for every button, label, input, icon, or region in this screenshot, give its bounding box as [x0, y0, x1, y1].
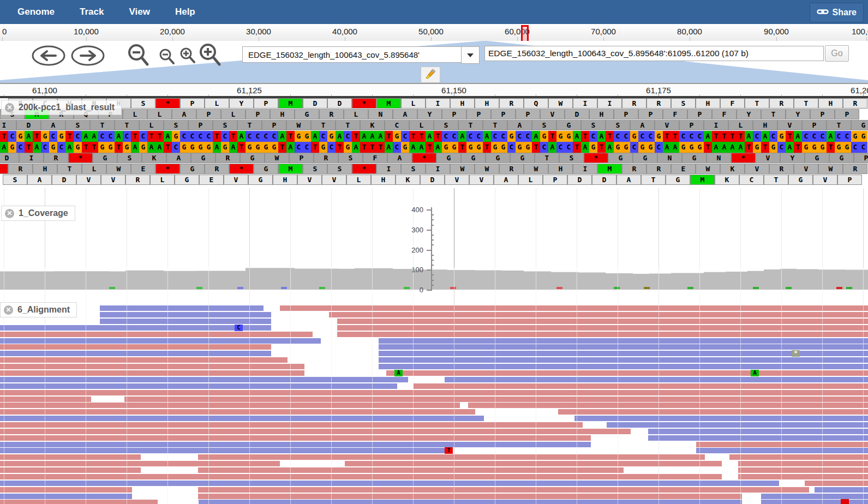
alignment-read[interactable] [0, 416, 484, 421]
amino-acid-cell: D [420, 175, 445, 185]
dna-base-cell: T [737, 131, 745, 142]
alignment-read[interactable] [729, 454, 868, 460]
alignment-read[interactable] [0, 442, 591, 447]
dna-base-cell: C [475, 131, 483, 142]
zoom-in-large-button[interactable] [197, 42, 223, 69]
alignment-read[interactable] [124, 397, 868, 402]
zoom-out-large-button[interactable] [127, 43, 151, 69]
alignment-read[interactable] [199, 500, 742, 504]
alignment-read[interactable] [345, 461, 722, 466]
alignment-read[interactable] [0, 370, 304, 376]
menu-genome[interactable]: Genome [10, 7, 62, 17]
alignment-read[interactable] [198, 487, 809, 493]
alignment-read[interactable] [761, 500, 868, 504]
alignment-read[interactable] [198, 467, 624, 473]
alignment-read[interactable] [738, 461, 868, 466]
alignment-read[interactable] [0, 494, 132, 499]
track-label-alignment[interactable]: ✕ 6_Alignment [0, 302, 77, 317]
alignment-read[interactable] [696, 448, 868, 453]
blast-result-track[interactable]: RCVNHS*PLYPMDD*MLIHHRQWIIRRSHFTRTHRSMRQP… [0, 98, 868, 187]
alignment-read[interactable] [379, 338, 868, 344]
alignment-read[interactable] [100, 312, 271, 317]
alignment-read[interactable] [0, 351, 271, 356]
alignment-read[interactable] [805, 481, 868, 486]
go-button[interactable]: Go [825, 45, 849, 62]
alignment-read[interactable] [0, 500, 158, 504]
alignment-read[interactable] [696, 442, 868, 447]
alignment-read[interactable] [0, 377, 408, 382]
close-icon[interactable]: ✕ [4, 305, 13, 315]
alignment-read[interactable] [337, 332, 868, 337]
alignment-read[interactable] [0, 481, 779, 486]
alignment-read[interactable] [0, 332, 313, 337]
alignment-read[interactable] [445, 377, 868, 382]
alignment-read[interactable] [337, 319, 868, 324]
alignment-read[interactable] [468, 403, 868, 408]
alignment-read[interactable] [0, 364, 304, 369]
detail-ruler[interactable]: 61,10061,12561,15061,17561,200 [0, 83, 868, 97]
zoom-out-small-button[interactable] [158, 48, 176, 68]
pan-right-button[interactable] [71, 45, 105, 66]
alignment-read[interactable] [0, 487, 132, 493]
alignment-read[interactable] [0, 344, 271, 350]
alignment-read[interactable] [0, 338, 321, 344]
dna-base-cell: C [630, 142, 638, 153]
alignment-read[interactable] [100, 305, 264, 311]
alignment-read[interactable] [0, 325, 271, 331]
alignment-read[interactable] [0, 461, 280, 466]
menu-view[interactable]: View [121, 7, 157, 17]
zoom-in-small-button[interactable] [179, 47, 196, 67]
alignment-read[interactable] [0, 357, 288, 363]
alignment-read[interactable] [379, 364, 868, 369]
amino-acid-cell: W [524, 164, 548, 174]
track-label-coverage[interactable]: ✕ 1_Coverage [1, 206, 75, 221]
alignment-read[interactable] [386, 370, 868, 376]
alignment-read[interactable] [0, 403, 460, 408]
menu-track[interactable]: Track [72, 7, 111, 17]
alignment-read[interactable] [198, 494, 742, 499]
amino-acid-cell: I [376, 164, 401, 174]
alignment-read[interactable] [607, 422, 868, 428]
amino-acid-cell: P [638, 109, 663, 119]
close-icon[interactable]: ✕ [5, 103, 14, 112]
location-input[interactable] [484, 46, 824, 61]
alignment-read[interactable] [738, 474, 868, 479]
alignment-read[interactable] [0, 409, 475, 415]
highlight-tool-button[interactable] [421, 67, 440, 83]
alignment-read[interactable] [574, 416, 868, 421]
dna-base-cell: C [139, 131, 147, 142]
refseq-select[interactable]: EDGE_156032_length_100643_cov_5.895648' [242, 46, 467, 63]
alignment-read[interactable] [414, 383, 868, 389]
alignment-read[interactable] [379, 357, 868, 363]
alignment-read[interactable] [648, 429, 868, 434]
amino-acid-cell: R [319, 109, 344, 119]
alignment-read[interactable] [0, 467, 141, 473]
alignment-read[interactable] [329, 312, 868, 317]
overview-ruler[interactable]: 010,00020,00030,00040,00050,00060,00070,… [0, 24, 868, 41]
close-icon[interactable]: ✕ [5, 209, 14, 218]
alignment-read[interactable] [379, 344, 868, 350]
alignment-read[interactable] [0, 454, 141, 460]
alignment-read[interactable] [0, 390, 868, 395]
pan-left-button[interactable] [32, 45, 65, 66]
refseq-dropdown-arrow[interactable] [461, 46, 480, 64]
alignment-read[interactable] [738, 467, 868, 473]
overview-position-marker[interactable] [521, 25, 529, 43]
alignment-read[interactable] [0, 383, 397, 389]
alignment-read[interactable] [0, 448, 446, 453]
alignment-read[interactable] [100, 319, 271, 324]
share-button[interactable]: Share [810, 3, 864, 22]
alignment-read[interactable] [0, 397, 91, 402]
dna-base-cell: A [548, 142, 556, 153]
alignment-read[interactable] [0, 474, 722, 479]
alignment-read[interactable] [198, 454, 705, 460]
amino-acid-cell: G [608, 153, 633, 163]
alignment-read[interactable] [337, 325, 868, 331]
alignment-read[interactable] [761, 494, 868, 499]
menu-help[interactable]: Help [167, 7, 203, 17]
alignment-read[interactable] [0, 435, 591, 441]
alignment-read[interactable] [280, 305, 868, 311]
alignment-read[interactable] [648, 435, 868, 441]
track-label-blast[interactable]: ✕ 200k-pcc1_blast_result [1, 100, 122, 115]
alignment-read[interactable] [558, 409, 868, 415]
